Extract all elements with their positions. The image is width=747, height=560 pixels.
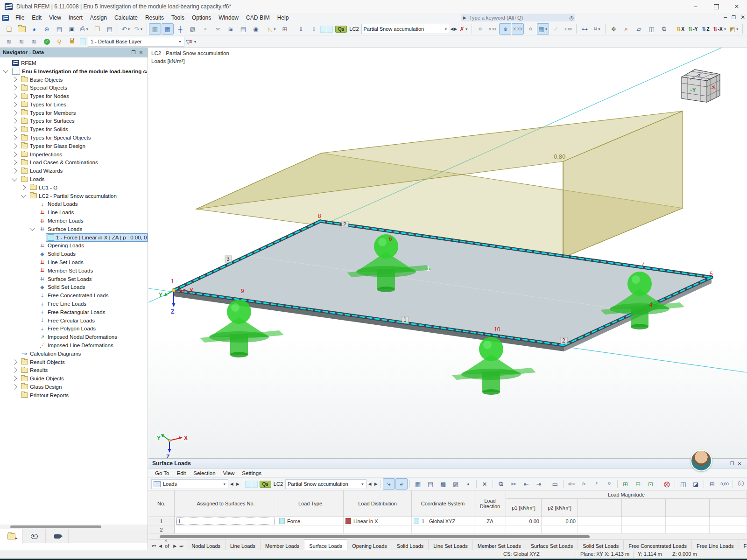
cancel-zoom-button[interactable]: ⌕	[620, 23, 632, 35]
tree-expander-icon[interactable]	[12, 376, 17, 381]
tree-item-special-objects[interactable]: Special Objects	[0, 84, 148, 92]
tree-item-printout-reports[interactable]: Printout Reports	[0, 391, 148, 399]
tree-item-surface-loads[interactable]: ⇊Surface Loads	[0, 225, 148, 233]
cell-load-type[interactable]: Force	[277, 517, 344, 525]
network-projects-button[interactable]: ⊛	[41, 23, 53, 35]
menu-view[interactable]: View	[45, 14, 65, 22]
menu-calculate[interactable]: Calculate	[111, 14, 141, 22]
insert-row-button[interactable]: ⇤	[520, 478, 532, 490]
column-header-assigned-to-surfaces-no[interactable]: Assigned to Surfaces No.	[175, 490, 277, 517]
menu-file[interactable]: File	[12, 14, 28, 22]
table-row-2[interactable]: 2	[148, 525, 747, 534]
table-compact-button[interactable]: ▤	[424, 478, 437, 490]
sync-selection-from-model-button[interactable]: ⤶	[395, 478, 408, 490]
tree-item-load-wizards[interactable]: Load Wizards	[0, 167, 148, 175]
tree-expander-icon[interactable]	[12, 135, 17, 140]
filter-loads-button[interactable]: ✗▼	[458, 23, 470, 35]
navigator-hscroll-thumb[interactable]	[10, 525, 101, 528]
tree-expander-icon[interactable]	[21, 192, 26, 197]
navigator-tab-display[interactable]	[23, 529, 46, 543]
mdi-restore-button[interactable]: ❐	[732, 15, 736, 20]
voice-input-button[interactable]: ◉	[250, 23, 262, 35]
tree-item-line-set-loads[interactable]: ⇊Line Set Loads	[0, 258, 148, 266]
move-row-button[interactable]: ⇥	[533, 478, 545, 490]
next-lc-button[interactable]: ▶	[373, 482, 379, 486]
table-hscrollbar[interactable]	[148, 534, 747, 539]
print-preview-button[interactable]: ▤	[53, 23, 65, 35]
function-fx3-button[interactable]: fᵍ	[603, 478, 615, 490]
excel-settings-button[interactable]: ⊡	[645, 478, 657, 490]
edit-view-button[interactable]: ◫	[645, 23, 657, 35]
tree-expander-icon[interactable]	[12, 77, 17, 82]
menu-edit[interactable]: Edit	[28, 14, 45, 22]
cell-empty[interactable]	[666, 525, 710, 533]
result-values-button[interactable]: x.xx	[562, 23, 574, 35]
next-table-button[interactable]: ▶	[235, 482, 240, 486]
tree-expander-icon[interactable]	[12, 110, 17, 115]
search-icon[interactable]: ≡◎	[567, 15, 573, 21]
first-table-button[interactable]: ⏮	[152, 544, 156, 549]
new-from-template-button[interactable]: ❐	[91, 23, 103, 35]
cell-empty[interactable]	[578, 525, 622, 533]
menu-cad-bim[interactable]: CAD-BIM	[242, 14, 274, 22]
cell-p2[interactable]	[542, 525, 578, 533]
column-header-load-type[interactable]: Load Type	[277, 490, 344, 517]
view-in-minus-y-button[interactable]: ⇅-Y	[687, 23, 699, 35]
import-excel-button[interactable]: ⊟	[632, 478, 644, 490]
cube-face-top-label[interactable]: -Z	[697, 73, 701, 78]
special-selection-button[interactable]: ◺▼	[266, 23, 278, 35]
printout-report-button[interactable]: ▤	[237, 23, 249, 35]
tree-item-imperfections[interactable]: Imperfections	[0, 150, 148, 159]
cell-p1[interactable]	[506, 525, 542, 533]
tree-item-types-for-special-objects[interactable]: Types for Special Objects	[0, 133, 148, 142]
edit-report-button[interactable]: ▤	[104, 23, 116, 35]
show-values-button[interactable]: ⊕	[474, 23, 486, 35]
tree-item-1-force-linear-in-x-za-p-0-00-0-80-kn[interactable]: 1 - Force | Linear in X | ZA | p : 0.00,…	[0, 233, 148, 242]
add-object-button[interactable]: ⊞	[279, 23, 291, 35]
previous-load-case-button[interactable]: ◀	[451, 27, 454, 31]
menu-options[interactable]: Options	[188, 14, 215, 22]
table-row-1[interactable]: 11ForceLinear in X1 - Global XYZZA0.000.…	[148, 517, 747, 525]
new-window-button[interactable]: ▭	[549, 478, 561, 490]
navigation-cube[interactable]: -Y -X -Z	[682, 70, 720, 102]
tree-item-types-for-surfaces[interactable]: Types for Surfaces	[0, 117, 148, 126]
tree-expander-icon[interactable]	[12, 85, 17, 91]
tree-expander-icon[interactable]	[12, 368, 17, 373]
column-header-load-distribution[interactable]: Load Distribution	[344, 490, 412, 517]
tree-item-basic-objects[interactable]: Basic Objects	[0, 76, 148, 84]
tree-item-free-rectangular-loads[interactable]: ⇣Free Rectangular Loads	[0, 308, 148, 316]
layer-key-button[interactable]: ⚲	[53, 36, 65, 47]
layer-list-button[interactable]: ≋	[15, 36, 28, 47]
menu-help[interactable]: Help	[274, 14, 293, 22]
cell-coordinate-system[interactable]: 1 - Global XYZ	[412, 517, 474, 525]
new-load-button[interactable]: ⇓	[295, 23, 307, 35]
view-in-z-button[interactable]: ⇅Z	[699, 23, 712, 35]
tree-expander-icon[interactable]	[21, 185, 26, 190]
cell-load-direction[interactable]	[474, 525, 506, 533]
cell-coordinate-system[interactable]	[412, 525, 474, 533]
transfer-loads-button[interactable]: ⨂	[661, 478, 673, 490]
copy-row-button[interactable]: ⧉	[495, 478, 507, 490]
tree-item-types-for-members[interactable]: Types for Members	[0, 109, 148, 117]
tree-expander-icon[interactable]	[12, 119, 17, 124]
help-button[interactable]: ⓘ	[735, 478, 747, 490]
cell-load-direction[interactable]: ZA	[474, 517, 506, 525]
panel-layout-button[interactable]: ◫	[677, 478, 689, 490]
tree-item-opening-loads[interactable]: ⇊Opening Loads	[0, 242, 148, 250]
tree-item-free-polygon-loads[interactable]: ⇣Free Polygon Loads	[0, 325, 148, 333]
cell-row-number[interactable]: 2	[148, 525, 175, 533]
cell-empty[interactable]	[710, 517, 747, 525]
table-result-rows-button[interactable]: ▨	[450, 478, 462, 490]
column-header-p1-kn-m[interactable]: p1 [kN/m²]	[506, 499, 542, 517]
show-load-values-button[interactable]: ⊕	[499, 23, 511, 35]
tree-expander-icon[interactable]	[12, 127, 17, 132]
assigned-surfaces-input[interactable]: 1	[176, 518, 275, 525]
display-properties-button[interactable]: ▦▼	[537, 23, 549, 35]
export-excel-button[interactable]: ⊞	[620, 478, 632, 490]
prev-table-button[interactable]: ◀	[159, 544, 162, 548]
mdi-close-button[interactable]: ✕	[740, 14, 745, 21]
model-scene[interactable]: 0.80	[148, 48, 747, 458]
tree-expander-icon[interactable]	[12, 176, 17, 181]
navigator-tab-views[interactable]	[46, 529, 69, 543]
layer-copy-button[interactable]: ≋	[28, 36, 40, 47]
